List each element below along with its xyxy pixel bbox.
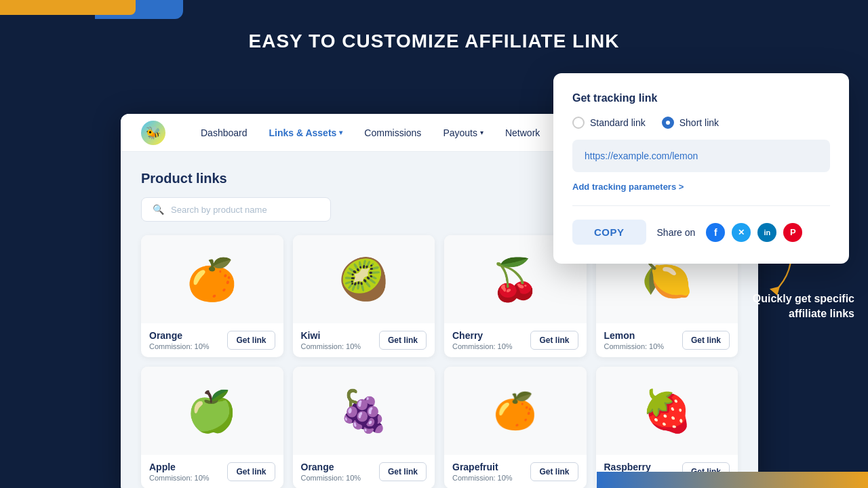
product-card-grapes: 🍇 Orange Commission: 10% Get link [293, 367, 435, 488]
nav-dashboard[interactable]: Dashboard [201, 127, 248, 138]
product-info-grapefruit: Grapefruit Commission: 10% Get link [444, 455, 587, 488]
product-card-orange: 🍊 Orange Commission: 10% Get link [141, 235, 283, 357]
copy-button[interactable]: COPY [572, 220, 646, 245]
product-card-grapefruit: 🍊 Grapefruit Commission: 10% Get link [444, 367, 587, 488]
url-display: https://example.com/lemon [572, 140, 830, 172]
radio-short-circle [662, 117, 674, 129]
nav-payouts[interactable]: Payouts ▾ [443, 127, 484, 138]
get-link-button-lemon[interactable]: Get link [682, 331, 730, 350]
product-name: Raspberry [604, 462, 665, 472]
facebook-icon[interactable]: f [706, 223, 725, 242]
product-image-orange: 🍊 [141, 235, 283, 323]
product-info-grapes: Orange Commission: 10% Get link [293, 455, 435, 488]
svg-marker-0 [770, 287, 780, 296]
get-link-button-orange[interactable]: Get link [227, 331, 275, 350]
product-name: Lemon [604, 330, 665, 341]
pinterest-icon[interactable]: P [783, 223, 802, 242]
radio-group: Standard link Short link [572, 117, 830, 129]
radio-standard-label: Standard link [590, 117, 646, 128]
product-info-orange: Orange Commission: 10% Get link [141, 323, 283, 357]
product-image-raspberry: 🍓 [596, 367, 738, 455]
get-link-button-grapes[interactable]: Get link [379, 462, 427, 481]
modal-divider [572, 205, 830, 206]
top-bar-orange [0, 0, 136, 15]
product-commission: Commission: 10% [149, 474, 210, 482]
tracking-params-link[interactable]: Add tracking parameters > [572, 182, 830, 192]
product-card-apple: 🍏 Apple Commission: 10% Get link [141, 367, 283, 488]
product-name: Grapefruit [452, 462, 513, 472]
get-link-button-grapefruit[interactable]: Get link [530, 462, 578, 481]
product-commission: Commission: 10% [301, 342, 361, 350]
product-image-grapes: 🍇 [293, 367, 435, 455]
twitter-icon[interactable]: ✕ [732, 223, 751, 242]
chevron-down-icon: ▾ [480, 129, 484, 136]
product-name: Orange [149, 330, 210, 341]
product-card-kiwi: 🥝 Kiwi Commission: 10% Get link [293, 235, 435, 357]
radio-short-label: Short link [679, 117, 719, 128]
radio-standard-link[interactable]: Standard link [572, 117, 646, 129]
product-name: Apple [149, 462, 210, 472]
nav-commissions[interactable]: Commissions [364, 127, 421, 138]
product-commission: Commission: 10% [604, 342, 665, 350]
get-link-button-cherry[interactable]: Get link [530, 331, 578, 350]
search-bar[interactable]: 🔍 Search by product name [141, 197, 331, 222]
bottom-bar [597, 472, 868, 488]
radio-standard-circle [572, 117, 585, 129]
nav-links-assets[interactable]: Links & Assets ▾ [269, 127, 343, 138]
product-card-raspberry: 🍓 Raspberry Commission: 10% Get link [596, 367, 738, 488]
product-commission: Commission: 10% [149, 342, 210, 350]
get-link-button-apple[interactable]: Get link [227, 462, 275, 481]
product-info-apple: Apple Commission: 10% Get link [141, 455, 283, 488]
logo: 🐝 [141, 121, 165, 145]
page-title: EASY TO CUSTOMIZE AFFILIATE LINK [0, 30, 868, 52]
search-icon: 🔍 [153, 204, 164, 215]
product-name: Orange [301, 462, 361, 472]
product-image-apple: 🍏 [141, 367, 283, 455]
product-commission: Commission: 10% [452, 342, 513, 350]
search-input[interactable]: Search by product name [171, 205, 267, 215]
modal-title: Get tracking link [572, 92, 830, 104]
nav-network[interactable]: Network [505, 127, 540, 138]
product-image-grapefruit: 🍊 [444, 367, 587, 455]
product-name: Cherry [452, 330, 513, 341]
product-commission: Commission: 10% [301, 474, 361, 482]
get-link-button-kiwi[interactable]: Get link [379, 331, 427, 350]
product-commission: Commission: 10% [452, 474, 513, 482]
actions-row: COPY Share on f ✕ in P [572, 220, 830, 245]
tracking-link-modal: Get tracking link Standard link Short li… [553, 73, 849, 264]
product-name: Kiwi [301, 330, 361, 341]
social-icons: f ✕ in P [706, 223, 802, 242]
annotation: Quickly get specificaffiliate links [753, 291, 854, 327]
linkedin-icon[interactable]: in [757, 223, 776, 242]
chevron-down-icon: ▾ [339, 129, 342, 136]
product-grid: 🍊 Orange Commission: 10% Get link 🥝 Kiwi… [141, 235, 738, 488]
product-info-kiwi: Kiwi Commission: 10% Get link [293, 323, 435, 357]
product-info-cherry: Cherry Commission: 10% Get link [444, 323, 587, 357]
share-label: Share on [657, 227, 696, 238]
product-info-lemon: Lemon Commission: 10% Get link [596, 323, 738, 357]
product-image-kiwi: 🥝 [293, 235, 435, 323]
logo-icon: 🐝 [141, 121, 165, 145]
radio-short-link[interactable]: Short link [662, 117, 719, 129]
